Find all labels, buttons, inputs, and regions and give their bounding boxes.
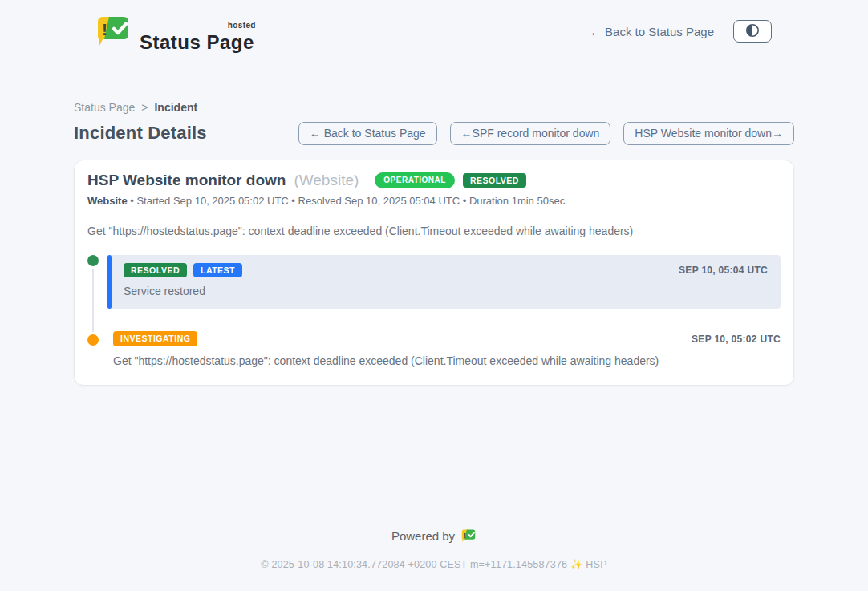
timeline-entry-timestamp: SEP 10, 05:02 UTC (692, 334, 781, 345)
timeline-entry-badges: RESOLVED LATEST (124, 263, 242, 278)
svg-text:!: ! (464, 531, 466, 539)
operational-badge: OPERATIONAL (375, 172, 455, 188)
timeline-entry-header: INVESTIGATING SEP 10, 05:02 UTC (113, 331, 781, 346)
incident-nav-buttons: ← Back to Status Page ←SPF record monito… (298, 122, 794, 145)
incident-meta: Website • Started Sep 10, 2025 05:02 UTC… (87, 195, 781, 208)
incident-title-row: HSP Website monitor down (Website) OPERA… (87, 172, 781, 189)
timeline-entry-header: RESOLVED LATEST SEP 10, 05:04 UTC (124, 263, 768, 278)
timeline-entry-investigating: INVESTIGATING SEP 10, 05:02 UTC Get "htt… (87, 331, 781, 367)
incident-meta-component: Website (87, 195, 128, 207)
powered-by-label: Powered by (391, 529, 455, 543)
header-back-link[interactable]: ← Back to Status Page (590, 25, 714, 38)
breadcrumb-incident: Incident (154, 101, 197, 114)
brand-bubble-icon-small: ! (460, 527, 477, 546)
timeline-entry-plain: INVESTIGATING SEP 10, 05:02 UTC Get "htt… (113, 331, 781, 367)
breadcrumb-separator: > (141, 101, 148, 114)
incident-component: (Website) (294, 172, 359, 189)
back-to-status-page-button[interactable]: ← Back to Status Page (298, 122, 437, 145)
breadcrumb-status-page[interactable]: Status Page (74, 101, 135, 114)
timeline-entry-badges: INVESTIGATING (113, 331, 197, 346)
theme-toggle-button[interactable] (733, 20, 772, 43)
copyright-line: © 2025-10-08 14:10:34.772084 +0200 CEST … (0, 558, 868, 570)
brand-bubble-icon: ! (95, 10, 132, 52)
incident-description: Get "https://hostedstatus.page": context… (87, 225, 781, 237)
resolved-badge: RESOLVED (463, 173, 526, 188)
timeline-dot-green (87, 255, 99, 266)
resolved-badge: RESOLVED (124, 263, 187, 278)
brand-logo[interactable]: ! Status Page hosted (95, 10, 254, 52)
site-header: ! Status Page hosted ← Back to Status Pa… (0, 0, 868, 50)
timeline-entry-timestamp: SEP 10, 05:04 UTC (679, 265, 768, 276)
timeline-entry-message: Get "https://hostedstatus.page": context… (113, 354, 781, 367)
next-incident-button[interactable]: HSP Website monitor down→ (623, 122, 794, 145)
svg-text:!: ! (102, 20, 107, 38)
half-circle-contrast-icon (744, 22, 761, 41)
timeline-entry-message: Service restored (124, 285, 768, 298)
breadcrumb: Status Page > Incident (74, 101, 794, 114)
investigating-badge: INVESTIGATING (113, 331, 197, 346)
main-content: Status Page > Incident Incident Details … (74, 101, 794, 386)
powered-by[interactable]: Powered by ! (391, 527, 477, 546)
timeline-dot-orange (87, 334, 99, 346)
incident-meta-times: • Started Sep 10, 2025 05:02 UTC • Resol… (130, 195, 565, 207)
incident-timeline: RESOLVED LATEST SEP 10, 05:04 UTC Servic… (87, 255, 781, 367)
page-title: Incident Details (74, 123, 207, 144)
timeline-entry-resolved: RESOLVED LATEST SEP 10, 05:04 UTC Servic… (87, 255, 781, 310)
page-footer: Powered by ! © 2025-10-08 14:10:34.77208… (0, 527, 868, 570)
title-row: Incident Details ← Back to Status Page ←… (74, 122, 794, 145)
prev-incident-button[interactable]: ←SPF record monitor down (450, 122, 611, 145)
latest-badge: LATEST (193, 263, 242, 278)
incident-card: HSP Website monitor down (Website) OPERA… (74, 160, 794, 386)
timeline-entry-card: RESOLVED LATEST SEP 10, 05:04 UTC Servic… (107, 255, 781, 310)
brand-superscript: hosted (228, 22, 256, 30)
header-actions: ← Back to Status Page (590, 20, 772, 43)
incident-title: HSP Website monitor down (87, 172, 286, 189)
brand-name: Status Page hosted (140, 23, 254, 52)
